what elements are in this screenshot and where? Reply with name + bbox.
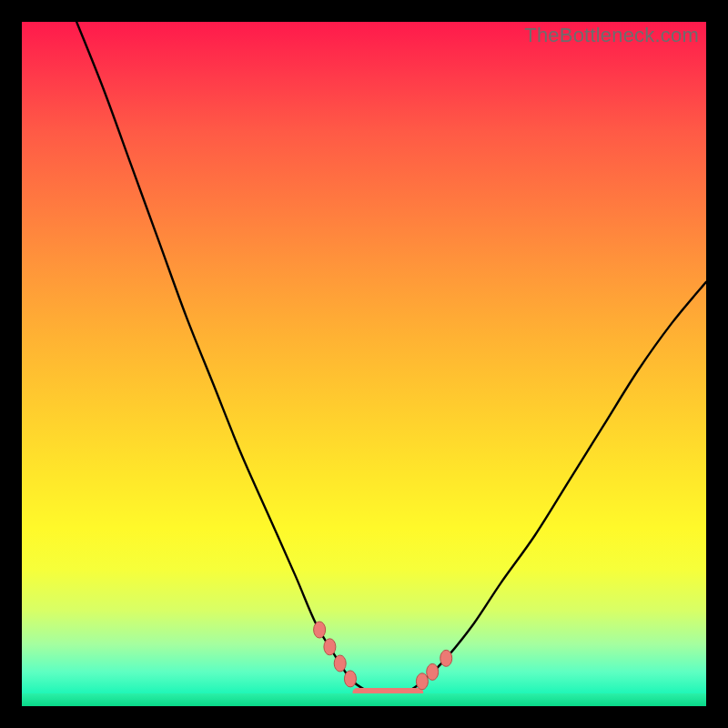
transition-marker bbox=[314, 622, 326, 638]
transition-marker bbox=[344, 671, 356, 687]
bottleneck-curve bbox=[22, 22, 706, 706]
transition-marker bbox=[324, 639, 336, 655]
chart-plot-area: TheBottleneck.com bbox=[22, 22, 706, 706]
chart-frame: TheBottleneck.com bbox=[0, 0, 728, 728]
transition-marker bbox=[440, 650, 452, 666]
optimal-band bbox=[22, 693, 706, 706]
transition-marker bbox=[334, 655, 346, 672]
transition-marker bbox=[416, 673, 428, 690]
transition-marker bbox=[427, 663, 439, 680]
